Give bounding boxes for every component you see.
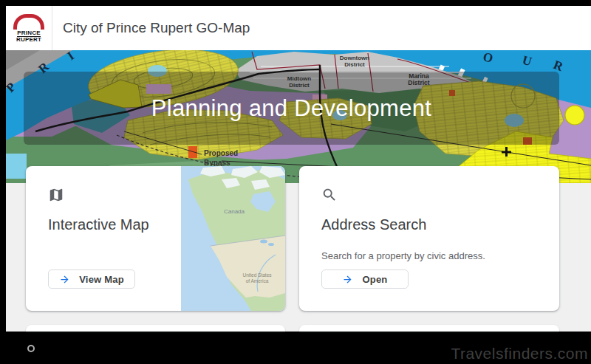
svg-text:District: District — [344, 61, 365, 68]
gear-icon — [27, 345, 35, 352]
open-button[interactable]: Open — [321, 269, 409, 289]
svg-text:of America: of America — [246, 278, 269, 284]
next-card-left — [26, 325, 285, 332]
cards-section: Interactive Map View Map — [6, 183, 591, 332]
arrow-forward-icon — [342, 274, 353, 285]
svg-text:Proposed: Proposed — [204, 149, 238, 157]
interactive-map-card: Interactive Map View Map — [26, 166, 285, 311]
card-title: Address Search — [321, 216, 544, 233]
usa-label: United States — [242, 272, 272, 278]
planning-banner: Downtown District Midtown District Marin… — [6, 50, 591, 183]
card-description: Search for a property by civic address. — [321, 250, 544, 262]
app-window: PRINCE RUPERT City of Prince Rupert GO-M… — [6, 6, 591, 332]
view-map-button[interactable]: View Map — [48, 269, 135, 289]
watermark: Travelsfinders.com — [451, 345, 588, 363]
address-search-card: Address Search Search for a property by … — [299, 166, 559, 311]
app-header: PRINCE RUPERT City of Prince Rupert GO-M… — [6, 6, 591, 50]
canada-label: Canada — [224, 208, 245, 215]
cards-row: Interactive Map View Map — [26, 166, 559, 311]
search-icon — [321, 187, 338, 203]
card-title: Interactive Map — [48, 216, 166, 233]
page-title: City of Prince Rupert GO-Map — [63, 20, 250, 36]
banner-title: Planning and Development — [151, 95, 431, 122]
city-logo: PRINCE RUPERT — [6, 6, 52, 50]
map-icon — [48, 187, 64, 203]
downtown-district-label: Downtown — [340, 55, 370, 61]
next-card-right — [299, 325, 559, 332]
north-america-thumbnail: Canada United States of America — [181, 166, 285, 311]
logo-line2: RUPERT — [16, 37, 41, 43]
arrow-forward-icon — [59, 274, 70, 285]
logo-arc-icon — [13, 14, 44, 30]
banner-overlay: Planning and Development — [24, 72, 559, 145]
